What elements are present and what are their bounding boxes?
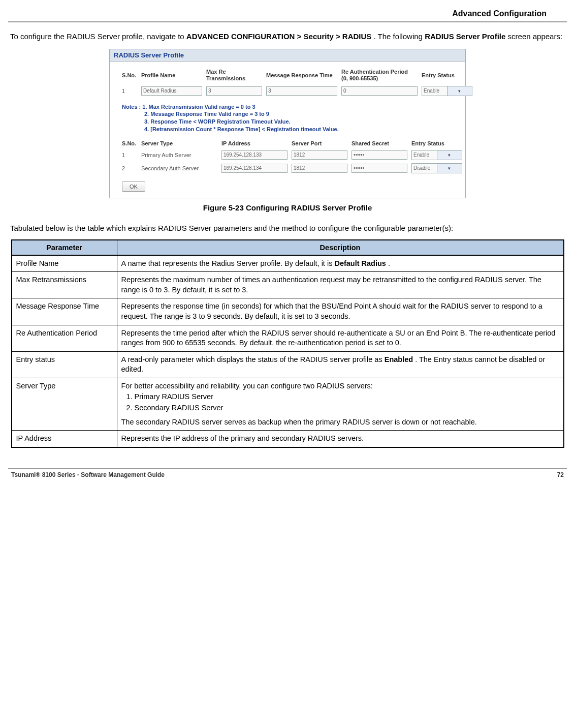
param-name: Server Type xyxy=(12,378,117,430)
intro-paragraph: To configure the RADIUS Server profile, … xyxy=(10,32,565,42)
intro-text-post2: screen appears: xyxy=(508,32,563,41)
srv-ip-input-2[interactable] xyxy=(221,164,287,173)
srv-secret-input-1[interactable] xyxy=(352,150,407,160)
param-name: Message Response Time xyxy=(12,298,117,325)
param-name: Entry status xyxy=(12,351,117,378)
parameter-table: Parameter Description Profile Name A nam… xyxy=(11,239,564,448)
hdr-srv-status: Entry Status xyxy=(411,140,462,147)
param-desc: Represents the response time (in seconds… xyxy=(117,298,564,325)
param-name: Re Authentication Period xyxy=(12,325,117,351)
reauth-input[interactable] xyxy=(341,86,418,96)
notes-block: Notes : 1. Max Retransmission Valid rang… xyxy=(122,103,453,133)
param-name: Max Retransmissions xyxy=(12,272,117,298)
server-type-list: Primary RADIUS Server Secondary RADIUS S… xyxy=(135,392,559,413)
profile-status-select: Enable ▾ xyxy=(422,86,472,96)
srv-type-2: Secondary Auth Server xyxy=(141,165,217,171)
list-item: Secondary RADIUS Server xyxy=(135,403,559,413)
param-name: IP Address xyxy=(12,431,117,447)
hdr-profile-name: Profile Name xyxy=(141,72,202,79)
table-row: Max Retransmissions Represents the maxim… xyxy=(12,272,564,298)
hdr-srv-sno: S.No. xyxy=(122,140,137,147)
tabulated-intro: Tabulated below is the table which expla… xyxy=(10,223,565,233)
chevron-down-icon: ▾ xyxy=(447,86,472,96)
hdr-srv-secret: Shared Secret xyxy=(352,140,407,147)
table-row: Profile Name A name that represents the … xyxy=(12,255,564,272)
hdr-srv-ip: IP Address xyxy=(221,140,287,147)
intro-screen-name: RADIUS Server Profile xyxy=(425,32,505,41)
desc-text: For better accessibility and reliability… xyxy=(121,382,373,390)
desc-bold: Enabled xyxy=(385,355,413,363)
srv-port-input-1[interactable] xyxy=(292,150,347,160)
table-row: Message Response Time Represents the res… xyxy=(12,298,564,325)
desc-text: A name that represents the Radius Server… xyxy=(121,259,335,267)
param-name: Profile Name xyxy=(12,255,117,272)
hdr-maxre: Max Re Transmissions xyxy=(206,69,262,81)
page-section-title: Advanced Configuration xyxy=(8,9,567,18)
server-header-row: S.No. Server Type IP Address Server Port… xyxy=(122,140,453,147)
srv-status-select-1[interactable]: Enable ▾ xyxy=(411,150,462,160)
ok-button[interactable]: OK xyxy=(122,181,145,192)
hdr-sno: S.No. xyxy=(122,72,137,79)
note-2: 2. Message Response Time Valid range = 3… xyxy=(122,110,453,118)
panel-title: RADIUS Server Profile xyxy=(110,49,465,62)
hdr-entry-status: Entry Status xyxy=(422,72,472,79)
srv-type-1: Primary Auth Server xyxy=(141,152,217,158)
param-desc: Represents the maximum number of times a… xyxy=(117,272,564,298)
desc-text: . xyxy=(388,259,390,267)
param-desc: A name that represents the Radius Server… xyxy=(117,255,564,272)
srv-status-select-2[interactable]: Disable ▾ xyxy=(411,163,462,173)
intro-navpath: ADVANCED CONFIGURATION > Security > RADI… xyxy=(186,32,372,41)
srv-port-input-2[interactable] xyxy=(292,164,347,173)
srv-sno-2: 2 xyxy=(122,165,137,171)
table-row: Re Authentication Period Represents the … xyxy=(12,325,564,351)
srv-secret-input-2[interactable] xyxy=(352,164,407,173)
chevron-down-icon: ▾ xyxy=(437,164,462,173)
param-desc: Represents the IP address of the primary… xyxy=(117,431,564,447)
hdr-reauth: Re Authentication Period (0, 900-65535) xyxy=(341,69,418,81)
note-4: 4. [Retransmission Count * Response Time… xyxy=(122,126,453,133)
hdr-srv-type: Server Type xyxy=(141,140,217,147)
intro-text-post1: . The following xyxy=(374,32,425,41)
hdr-srv-port: Server Port xyxy=(292,140,347,147)
footer-page-number: 72 xyxy=(557,471,564,478)
table-row: IP Address Represents the IP address of … xyxy=(12,431,564,447)
hdr-resp-time: Message Response Time xyxy=(266,72,337,79)
profile-name-input[interactable] xyxy=(141,86,202,96)
param-desc: A read-only parameter which displays the… xyxy=(117,351,564,378)
hdr-reauth-l2: (0, 900-65535) xyxy=(341,75,378,81)
profile-status-value: Enable xyxy=(422,88,447,94)
figure-caption: Figure 5-23 Configuring RADIUS Server Pr… xyxy=(8,203,567,212)
note-1: 1. Max Retransmission Valid range = 0 to… xyxy=(142,104,255,110)
srv-status-value-2: Disable xyxy=(412,165,437,171)
list-item: Primary RADIUS Server xyxy=(135,392,559,402)
th-parameter: Parameter xyxy=(12,240,117,255)
note-3: 3. Response Time < WORP Registration Tim… xyxy=(122,118,453,126)
intro-text-pre: To configure the RADIUS Server profile, … xyxy=(10,32,186,41)
server-row: 1 Primary Auth Server Enable ▾ xyxy=(122,150,453,160)
srv-status-value-1: Enable xyxy=(412,152,437,158)
profile-row: 1 Enable ▾ xyxy=(122,86,453,96)
maxre-input[interactable] xyxy=(206,86,262,96)
desc-text: A read-only parameter which displays the… xyxy=(121,355,385,363)
srv-sno-1: 1 xyxy=(122,152,137,158)
notes-label: Notes : xyxy=(122,104,141,110)
table-row: Entry status A read-only parameter which… xyxy=(12,351,564,378)
header-divider xyxy=(8,21,567,22)
profile-header-row: S.No. Profile Name Max Re Transmissions … xyxy=(122,69,453,81)
param-desc: For better accessibility and reliability… xyxy=(117,378,564,430)
footer-left: Tsunami® 8100 Series - Software Manageme… xyxy=(11,471,165,478)
footer-divider xyxy=(8,468,567,469)
radius-profile-panel: RADIUS Server Profile S.No. Profile Name… xyxy=(109,49,466,198)
hdr-reauth-l1: Re Authentication Period xyxy=(341,69,408,75)
resp-time-input[interactable] xyxy=(266,86,337,96)
desc-bold: Default Radius xyxy=(334,259,386,267)
srv-ip-input-1[interactable] xyxy=(221,150,287,160)
table-row: Server Type For better accessibility and… xyxy=(12,378,564,430)
th-description: Description xyxy=(117,240,564,255)
panel-body: S.No. Profile Name Max Re Transmissions … xyxy=(110,62,465,197)
profile-sno: 1 xyxy=(122,88,137,94)
desc-text: The secondary RADIUS server serves as ba… xyxy=(121,417,559,428)
server-row: 2 Secondary Auth Server Disable ▾ xyxy=(122,163,453,173)
param-desc: Represents the time period after which t… xyxy=(117,325,564,351)
page-footer: Tsunami® 8100 Series - Software Manageme… xyxy=(8,471,567,478)
